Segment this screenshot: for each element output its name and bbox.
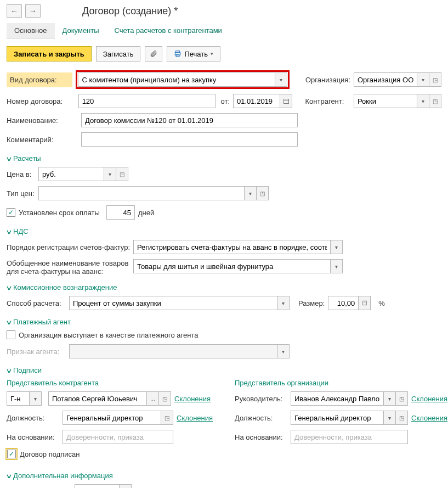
calc-method-field[interactable] [69,296,277,310]
from-label: от: [221,97,230,105]
contract-type-dropdown[interactable]: ▾ [275,72,287,87]
nav-back-button[interactable]: ← [7,4,22,18]
agent-sign-field [69,344,277,358]
declension-link-4[interactable]: Склонения [411,414,447,422]
chevron-down-icon [7,366,11,374]
comment-label: Комментарий: [7,136,78,144]
invoice-name-dropdown[interactable]: ▾ [331,259,343,273]
price-type-dropdown[interactable]: ▾ [245,186,257,200]
chevron-down-icon [7,472,11,480]
comment-field[interactable] [81,132,298,147]
currency-dropdown[interactable]: ▾ [104,167,116,181]
organization-dropdown[interactable]: ▾ [417,72,429,87]
calc-method-label: Способ расчета: [7,299,66,307]
price-label: Цена в: [7,170,35,178]
invoice-order-label: Порядок регистрации счетов-фактур: [7,243,130,251]
position-label-c: Должность: [7,414,59,422]
extra-section-toggle[interactable]: Дополнительная информация [7,472,441,480]
basis-counter-field[interactable] [63,430,173,444]
invoice-name-label1: Обобщенное наименование товаров [7,259,130,267]
contract-type-field[interactable] [78,72,275,87]
name-field[interactable] [81,113,298,127]
head-label: Руководитель: [235,395,287,403]
rep-counter-more[interactable]: ... [147,391,159,406]
counterparty-dropdown[interactable]: ▾ [417,94,429,108]
rep-org-header: Представитель организации [235,379,448,387]
save-button[interactable]: Записать [96,46,141,61]
basis-org-field[interactable] [291,430,408,444]
invoice-order-field[interactable] [133,240,331,254]
counterparty-label: Контрагент: [305,97,350,105]
attach-button[interactable] [145,46,162,61]
from-date-field[interactable] [233,94,280,108]
currency-open[interactable]: ◳ [116,167,128,181]
position-org-open[interactable]: ◳ [396,411,408,425]
rep-counter-header: Представитель контрагента [7,379,220,387]
declension-link-1[interactable]: Склонения [174,395,211,403]
agent-sign-label: Признак агента: [7,347,66,356]
honorific-field[interactable] [7,391,30,406]
head-name-field[interactable] [291,391,384,406]
position-label-o: Должность: [235,414,287,422]
calendar-icon [283,98,290,104]
price-type-field[interactable] [38,186,245,200]
organization-label: Организация: [305,76,350,84]
price-type-open[interactable]: ◳ [257,186,269,200]
rep-counter-open[interactable]: ◳ [159,391,171,406]
valid-until-picker[interactable] [120,484,132,488]
chevron-down-icon [7,318,11,326]
from-date-picker[interactable] [280,94,292,108]
size-calc-button[interactable] [359,296,371,310]
tab-documents[interactable]: Документы [55,23,107,38]
declension-link-3[interactable]: Склонения [411,395,447,403]
percent-label: % [378,299,385,307]
payment-term-days-field[interactable] [106,205,135,220]
contract-signed-label: Договор подписан [20,450,80,458]
counterparty-open[interactable]: ◳ [429,94,441,108]
head-dropdown[interactable]: ▾ [384,391,396,406]
payment-term-checkbox[interactable]: ✓ [7,208,15,217]
agent-sign-dropdown: ▾ [277,344,290,358]
printer-icon [174,50,182,58]
contract-number-label: Номер договора: [7,97,75,105]
position-org-field[interactable] [291,411,384,425]
agent-section-toggle[interactable]: Платежный агент [7,318,441,326]
page-title: Договор (создание) * [82,5,178,17]
head-open[interactable]: ◳ [396,391,408,406]
declension-link-2[interactable]: Склонения [177,414,213,422]
invoice-order-dropdown[interactable]: ▾ [331,240,343,254]
name-label: Наименование: [7,116,78,125]
invoice-name-field[interactable] [133,259,331,273]
signatures-section-toggle[interactable]: Подписи [7,366,441,374]
organization-open[interactable]: ◳ [429,72,441,87]
calc-method-dropdown[interactable]: ▾ [277,296,290,310]
paperclip-icon [150,50,157,58]
save-and-close-button[interactable]: Записать и закрыть [7,46,92,61]
contract-signed-checkbox[interactable]: ✓ [7,450,16,458]
tab-main[interactable]: Основное [7,23,55,38]
contract-number-field[interactable] [78,94,216,108]
calculator-icon [362,300,367,306]
organization-field[interactable] [354,72,417,87]
valid-until-field[interactable] [75,484,120,488]
payment-agent-checkbox[interactable] [7,330,15,339]
payments-section-toggle[interactable]: Расчеты [7,154,441,162]
position-counter-open[interactable]: ◳ [161,411,173,425]
contract-type-label: Вид договора: [7,72,72,87]
print-button[interactable]: Печать ▾ [167,46,220,61]
tab-accounts[interactable]: Счета расчетов с контрагентами [107,23,230,38]
honorific-dropdown[interactable]: ▾ [30,391,42,406]
commission-section-toggle[interactable]: Комиссионное вознаграждение [7,283,441,291]
nav-forward-button[interactable]: → [25,4,41,18]
payment-term-label: Установлен срок оплаты [19,209,100,217]
days-label: дней [138,209,154,217]
position-counter-field[interactable] [63,411,161,425]
size-field[interactable] [328,296,359,310]
vat-section-toggle[interactable]: НДС [7,227,441,235]
counterparty-field[interactable] [354,94,417,108]
position-org-dropdown[interactable]: ▾ [384,411,396,425]
chevron-down-icon: ▾ [211,51,213,57]
svg-rect-5 [362,301,366,305]
rep-counter-name-field[interactable] [48,391,147,406]
currency-field[interactable] [38,167,104,181]
